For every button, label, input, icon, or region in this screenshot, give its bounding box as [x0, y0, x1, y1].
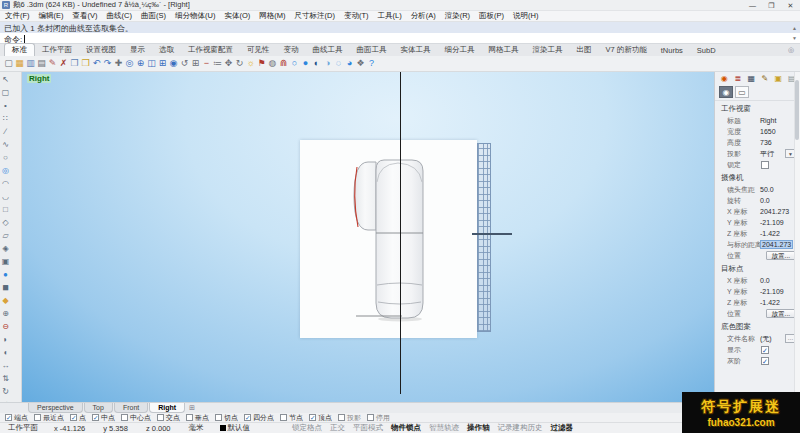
row-value[interactable]: 736: [760, 139, 772, 146]
undo-view-icon[interactable]: ↺: [179, 57, 190, 70]
osnap-item[interactable]: 最近点: [34, 413, 64, 423]
scroll-down-icon[interactable]: ▼: [792, 33, 797, 43]
zoom-extents-icon[interactable]: ⊞: [157, 57, 168, 70]
menu-item[interactable]: 渲染(R): [445, 11, 470, 21]
menu-item[interactable]: 实体(O): [224, 11, 250, 21]
row-checkbox[interactable]: [761, 161, 769, 169]
solid-tools-icon[interactable]: ◆: [0, 294, 11, 307]
notes-panel-icon[interactable]: ✎: [760, 74, 771, 84]
copy-icon[interactable]: ❐: [69, 57, 80, 70]
save-icon[interactable]: ▥: [25, 57, 36, 70]
osnap-checkbox[interactable]: [70, 414, 77, 421]
undo-icon[interactable]: ↶: [91, 57, 102, 70]
lock-icon[interactable]: ◍: [267, 57, 278, 70]
osnap-item[interactable]: 节点: [280, 413, 303, 423]
toolbar-tab[interactable]: 变动: [277, 44, 306, 56]
osnap-item[interactable]: 中点: [92, 413, 115, 423]
toolbar-tab[interactable]: 出图: [570, 44, 599, 56]
row-checkbox[interactable]: [761, 346, 769, 354]
zoom-selected-icon[interactable]: ◉: [168, 57, 179, 70]
tab-options-icon[interactable]: ◎: [788, 46, 794, 54]
row-value[interactable]: 2041.273: [760, 208, 789, 215]
osnap-checkbox[interactable]: [244, 414, 251, 421]
delete-icon[interactable]: ✗: [58, 57, 69, 70]
libraries-panel-icon[interactable]: ▣: [773, 74, 784, 84]
toolbar-tab[interactable]: tNurbs: [654, 45, 690, 56]
print-icon[interactable]: ▤: [36, 57, 47, 70]
menu-item[interactable]: 尺寸标注(D): [295, 11, 335, 21]
osnap-checkbox[interactable]: [367, 414, 374, 421]
open-file-icon[interactable]: ▦: [14, 57, 25, 70]
toolbar-tab[interactable]: 曲线工具: [306, 44, 350, 56]
toolbar-tab[interactable]: 设置视图: [79, 44, 123, 56]
boolean-diff-icon[interactable]: ⊖: [0, 320, 11, 333]
help-icon[interactable]: ?: [366, 57, 377, 70]
row-value[interactable]: 2041.273: [760, 240, 793, 249]
menu-item[interactable]: 文件(F): [5, 11, 30, 21]
point-icon[interactable]: •: [0, 99, 11, 112]
ellipse-icon[interactable]: ◎: [0, 164, 11, 177]
osnap-item[interactable]: 四分点: [244, 413, 274, 423]
select-brush-icon[interactable]: ▢: [0, 86, 11, 99]
row-checkbox[interactable]: [761, 357, 769, 365]
rotate-icon[interactable]: ↻: [234, 57, 245, 70]
hide-icon[interactable]: −: [201, 57, 212, 70]
circle-icon[interactable]: ○: [0, 151, 11, 164]
osnap-checkbox[interactable]: [309, 414, 316, 421]
new-file-icon[interactable]: ▢: [3, 57, 14, 70]
viewport-tab[interactable]: Right: [149, 403, 185, 413]
toolbar-tab[interactable]: 显示: [123, 44, 152, 56]
menu-item[interactable]: 查看(V): [73, 11, 98, 21]
osnap-checkbox[interactable]: [215, 414, 222, 421]
osnap-checkbox[interactable]: [121, 414, 128, 421]
osnap-checkbox[interactable]: [186, 414, 193, 421]
osnap-item[interactable]: 交点: [157, 413, 180, 423]
arc-icon[interactable]: ◠: [0, 177, 11, 190]
command-scrollbar[interactable]: ▲ ▼: [790, 23, 799, 43]
status-toggle[interactable]: 平面模式: [353, 423, 383, 433]
menu-item[interactable]: 曲线(C): [107, 11, 132, 21]
menu-item[interactable]: 变动(T): [344, 11, 369, 21]
scroll-up-icon[interactable]: ▲: [792, 23, 797, 33]
minimize-button[interactable]: —: [743, 0, 762, 11]
rectangle-icon[interactable]: □: [0, 203, 11, 216]
box-icon[interactable]: ◼: [0, 281, 11, 294]
extrude-icon[interactable]: ▣: [0, 255, 11, 268]
new-viewport-tab-button[interactable]: ⊞: [189, 403, 195, 413]
row-value[interactable]: Right: [760, 117, 776, 124]
magnet-icon[interactable]: ⋒: [278, 57, 289, 70]
mouse-icon[interactable]: ❖: [355, 57, 366, 70]
status-toggle[interactable]: 正交: [330, 423, 345, 433]
menu-item[interactable]: 曲面(S): [141, 11, 166, 21]
row-value[interactable]: 0.0: [760, 277, 770, 284]
toolbar-tab[interactable]: 渲染工具: [526, 44, 570, 56]
cplane-button[interactable]: 工作平面: [8, 423, 38, 433]
layers-panel-icon[interactable]: ≣: [733, 74, 744, 84]
menu-item[interactable]: 工具(L): [378, 11, 402, 21]
menu-item[interactable]: 面板(P): [479, 11, 504, 21]
move-icon[interactable]: ✥: [223, 57, 234, 70]
toolbar-tab[interactable]: 可见性: [240, 44, 277, 56]
curve-icon[interactable]: ∿: [0, 138, 11, 151]
status-toggle[interactable]: 记录建构历史: [498, 423, 543, 433]
chamfer-icon[interactable]: ◖: [0, 346, 11, 359]
select-icon[interactable]: ↖: [0, 73, 11, 86]
menu-item[interactable]: 细分物体(U): [175, 11, 215, 21]
row-button[interactable]: 放置...: [766, 251, 796, 260]
sphere-icon[interactable]: ●: [0, 268, 11, 281]
row-value[interactable]: 平行: [760, 149, 774, 159]
toolbar-tab[interactable]: 细分工具: [438, 44, 482, 56]
status-toggle[interactable]: 过滤器: [551, 423, 574, 433]
osnap-item[interactable]: 端点: [5, 413, 28, 423]
polygon-icon[interactable]: ◇: [0, 216, 11, 229]
object-properties-tab[interactable]: ▭: [735, 86, 749, 98]
status-toggle[interactable]: 锁定格点: [292, 423, 322, 433]
surface-icon[interactable]: ▱: [0, 229, 11, 242]
menu-item[interactable]: 网格(M): [259, 11, 285, 21]
xray-icon[interactable]: ◌: [333, 57, 344, 70]
row-value[interactable]: 0.0: [760, 197, 770, 204]
osnap-checkbox[interactable]: [92, 414, 99, 421]
display-panel-icon[interactable]: ▦: [746, 74, 757, 84]
toolbar-tab[interactable]: 实体工具: [394, 44, 438, 56]
viewport-tab[interactable]: Perspective: [28, 403, 83, 413]
